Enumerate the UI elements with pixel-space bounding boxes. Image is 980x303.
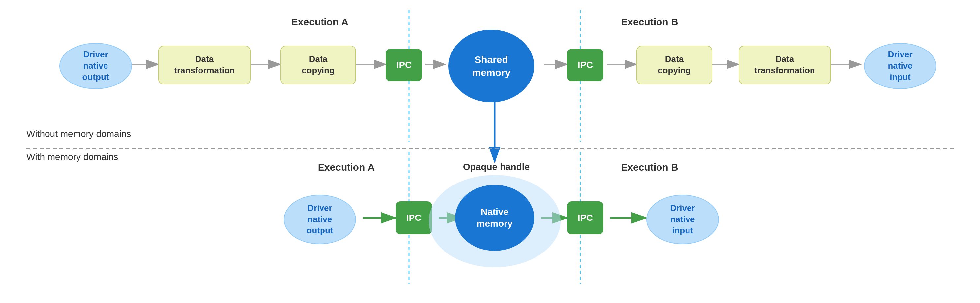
ipc-top-left: IPC bbox=[386, 49, 422, 81]
driver-native-input-bottom: Driver native input bbox=[646, 195, 719, 244]
driver-native-input-top: Driver native input bbox=[864, 43, 937, 89]
ipc-bottom-right: IPC bbox=[567, 201, 603, 234]
ipc-top-right: IPC bbox=[567, 49, 603, 81]
data-transformation-top-left: Datatransformation bbox=[158, 46, 251, 85]
driver-native-output-bottom: Driver native output bbox=[283, 195, 356, 244]
shared-memory: Shared memory bbox=[449, 30, 534, 102]
without-memory-domains-label: Without memory domains bbox=[26, 129, 131, 139]
execution-b-bottom-label: Execution B bbox=[600, 162, 699, 173]
driver-native-output-top: Driver native output bbox=[59, 43, 132, 89]
execution-a-top-label: Execution A bbox=[270, 16, 369, 28]
execution-b-top-label: Execution B bbox=[600, 16, 699, 28]
with-memory-domains-label: With memory domains bbox=[26, 152, 118, 163]
opaque-handle-label: Opaque handle bbox=[458, 162, 534, 172]
diagram-container: Without memory domains With memory domai… bbox=[0, 0, 980, 303]
native-memory: Native memory bbox=[455, 185, 534, 251]
data-copying-top-left: Datacopying bbox=[280, 46, 356, 85]
execution-a-bottom-label: Execution A bbox=[297, 162, 396, 173]
data-copying-top-right: Datacopying bbox=[636, 46, 712, 85]
data-transformation-top-right: Datatransformation bbox=[739, 46, 831, 85]
ipc-bottom-left: IPC bbox=[396, 201, 432, 234]
